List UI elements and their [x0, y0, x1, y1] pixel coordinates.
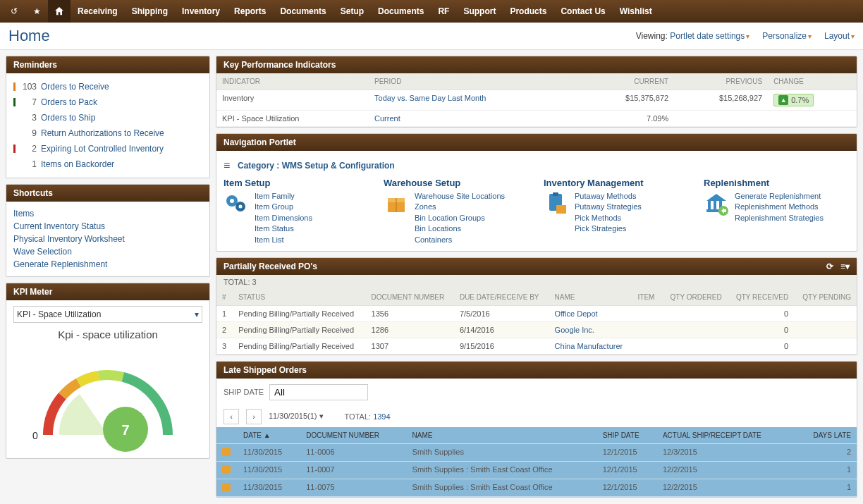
menu-support[interactable]: Support [456, 0, 503, 23]
home-icon[interactable] [48, 0, 71, 23]
nav-link[interactable]: Bin Location Groups [415, 213, 505, 223]
shortcut-link[interactable]: Current Inventory Status [13, 220, 202, 233]
nav-link[interactable]: Item Group [255, 202, 312, 212]
menu-contact[interactable]: Contact Us [553, 0, 612, 23]
menu-icon[interactable]: ≡▾ [840, 262, 850, 271]
svg-rect-10 [553, 192, 558, 196]
svg-point-4 [230, 199, 234, 203]
kpi-change-badge: ▲0.7% [773, 94, 814, 106]
po-total: TOTAL: 3 [216, 275, 857, 289]
history-icon[interactable]: ↺ [3, 0, 25, 23]
reminders-portlet: Reminders 103Orders to Receive 7Orders t… [6, 56, 210, 178]
menu-reports[interactable]: Reports [227, 0, 273, 23]
shortcut-link[interactable]: Wave Selection [13, 245, 202, 258]
nav-link[interactable]: Containers [415, 235, 505, 245]
nav-link[interactable]: Replenishment Methods [735, 202, 824, 212]
late-total-link[interactable]: 1394 [373, 412, 390, 421]
shortcut-link[interactable]: Physical Inventory Worksheet [13, 233, 202, 245]
reminder-item[interactable]: 7Orders to Pack [13, 94, 202, 110]
reminder-item[interactable]: 1Items on Backorder [13, 156, 202, 172]
personalize-dropdown[interactable]: Personalize [762, 31, 812, 41]
kpi-meter-portlet: KPI Meter KPI - Space Utilization Kpi - … [6, 283, 210, 459]
nav-link[interactable]: Item List [255, 235, 312, 245]
kpi-meter-header: KPI Meter [6, 283, 209, 300]
clipboard-icon [544, 191, 569, 216]
reminder-item[interactable]: 9Return Authorizations to Receive [13, 125, 202, 141]
kpi-table: INDICATOR PERIOD CURRENT PREVIOUS CHANGE… [216, 73, 857, 127]
warning-icon [222, 465, 231, 474]
menu-inventory[interactable]: Inventory [175, 0, 227, 23]
svg-marker-12 [706, 194, 726, 201]
menu-receiving[interactable]: Receiving [71, 0, 125, 23]
warning-icon [222, 483, 231, 491]
po-row[interactable]: 2Pending Billing/Partially Received12866… [216, 321, 857, 338]
nav-link[interactable]: Bin Locations [415, 223, 505, 234]
late-portlet: Late Shipped Orders SHIP DATE ‹ › 11/30/… [216, 361, 857, 498]
late-header: Late Shipped Orders [216, 362, 857, 379]
gauge-zero-label: 0 [32, 430, 38, 441]
shortcut-link[interactable]: Generate Replenishment [13, 258, 202, 271]
nav-link[interactable]: Pick Methods [575, 213, 642, 223]
kpi-select[interactable]: KPI - Space Utilization [13, 306, 202, 323]
svg-text:7: 7 [121, 422, 129, 438]
topbar-menu: Receiving Shipping Inventory Reports Doc… [71, 0, 659, 23]
kpi-period-link[interactable]: Current [374, 114, 400, 123]
topbar: ↺ ★ Receiving Shipping Inventory Reports… [0, 0, 863, 23]
late-row[interactable]: 11/30/201511-0006Smith Supplies12/1/2015… [216, 443, 857, 461]
kpi-portlet: Key Performance Indicators INDICATOR PER… [216, 56, 857, 128]
nav-link[interactable]: Putaway Methods [575, 191, 642, 202]
gears-icon [224, 191, 249, 216]
nav-link[interactable]: Item Family [255, 191, 312, 202]
star-icon[interactable]: ★ [25, 0, 48, 23]
reminders-list: 103Orders to Receive 7Orders to Pack 3Or… [13, 79, 202, 172]
nav-link[interactable]: Item Dimensions [255, 213, 312, 223]
menu-setup[interactable]: Setup [333, 0, 371, 23]
nav-link[interactable]: Item Status [255, 223, 312, 234]
menu-wishlist[interactable]: Wishlist [613, 0, 659, 23]
gauge-title: Kpi - space utilization [13, 328, 202, 340]
layout-dropdown[interactable]: Layout [824, 31, 855, 41]
kpi-period-link[interactable]: Today vs. Same Day Last Month [374, 94, 486, 102]
late-row[interactable]: 11/30/201511-0007Smith Supplies : Smith … [216, 461, 857, 479]
reminder-item[interactable]: 2Expiring Lot Controlled Inventory [13, 141, 202, 156]
shortcuts-header: Shortcuts [6, 185, 209, 202]
gauge: 7 0 [27, 343, 189, 453]
viewing-label: Viewing: Portlet date settings [636, 31, 750, 41]
nav-group-inventory-mgmt: Inventory Management Putaway Methods Put… [544, 178, 690, 245]
menu-rf[interactable]: RF [431, 0, 456, 23]
nav-link[interactable]: Generate Replenishment [735, 191, 824, 202]
ship-date-input[interactable] [269, 384, 368, 400]
po-portlet: Partially Received PO's ⟳ ≡▾ TOTAL: 3 #S… [216, 257, 857, 355]
po-row[interactable]: 3Pending Billing/Partially Received13079… [216, 338, 857, 354]
nav-link[interactable]: Replenishment Strategies [735, 213, 824, 223]
bank-arrow-icon [704, 191, 729, 216]
shortcuts-portlet: Shortcuts Items Current Inventory Status… [6, 184, 210, 277]
box-icon [384, 191, 409, 216]
nav-link[interactable]: Pick Strategies [575, 223, 642, 234]
viewing-dropdown[interactable]: Portlet date settings [670, 31, 749, 41]
pager-prev[interactable]: ‹ [224, 409, 239, 424]
nav-category[interactable]: Category : WMS Setup & Configuration [224, 156, 850, 178]
shortcut-link[interactable]: Items [13, 207, 202, 220]
nav-group-replenishment: Replenishment Generate Replenishment Rep… [704, 178, 850, 245]
nav-link[interactable]: Warehouse Site Locations [415, 191, 505, 202]
nav-link[interactable]: Putaway Strategies [575, 202, 642, 212]
reminder-item[interactable]: 103Orders to Receive [13, 79, 202, 94]
nav-link[interactable]: Zones [415, 202, 505, 212]
late-row[interactable]: 11/30/201511-0075Smith Supplies : Smith … [216, 479, 857, 496]
svg-rect-14 [714, 201, 716, 209]
reminder-item[interactable]: 3Orders to Ship [13, 110, 202, 125]
nav-portlet-header: Navigation Portlet [216, 134, 857, 151]
menu-products[interactable]: Products [503, 0, 553, 23]
po-header: Partially Received PO's ⟳ ≡▾ [216, 258, 857, 275]
menu-documents-2[interactable]: Documents [371, 0, 431, 23]
po-row[interactable]: 1Pending Billing/Partially Received13567… [216, 305, 857, 321]
menu-documents[interactable]: Documents [273, 0, 333, 23]
pager-next[interactable]: › [246, 409, 262, 424]
menu-shipping[interactable]: Shipping [125, 0, 175, 23]
kpi-row: Inventory Today vs. Same Day Last Month … [216, 90, 857, 111]
refresh-icon[interactable]: ⟳ [826, 262, 833, 271]
page-title: Home [8, 27, 50, 45]
warning-icon [222, 448, 231, 456]
kpi-header: Key Performance Indicators [216, 56, 857, 73]
